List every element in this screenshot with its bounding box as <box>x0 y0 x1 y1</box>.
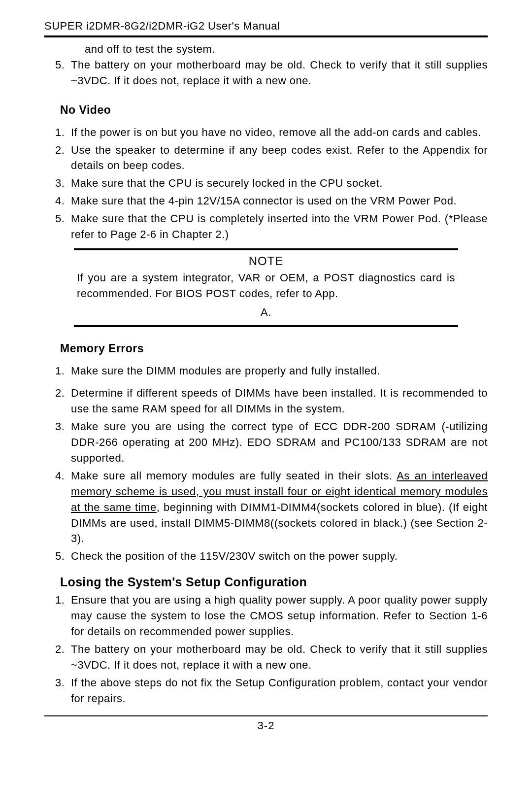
header-rule <box>44 35 488 37</box>
memory-errors-heading: Memory Errors <box>60 342 488 355</box>
list-item: Use the speaker to determine if any beep… <box>68 142 488 174</box>
no-video-heading: No Video <box>60 103 488 117</box>
no-video-list: If the power is on but you have no video… <box>44 125 488 242</box>
list-item: The battery on your motherboard may be o… <box>68 57 488 89</box>
item4-pre-text: Make sure all memory modules are fully s… <box>71 470 397 482</box>
list-item: Check the position of the 115V/230V swit… <box>68 548 488 564</box>
list-item: Determine if different speeds of DIMMs h… <box>68 385 488 417</box>
manual-page: SUPER i2DMR-8G2/i2DMR-iG2 User's Manual … <box>0 0 532 812</box>
note-box: NOTE If you are a system integrator, VAR… <box>74 248 458 327</box>
list-item: Make sure the DIMM modules are properly … <box>68 363 488 379</box>
continuation-text: and off to test the system. <box>85 41 488 57</box>
top-continued-list: The battery on your motherboard may be o… <box>44 57 488 89</box>
list-item: Make sure all memory modules are fully s… <box>68 468 488 546</box>
memory-errors-list: Make sure the DIMM modules are properly … <box>44 363 488 565</box>
list-item: If the power is on but you have no video… <box>68 125 488 140</box>
page-number: 3-2 <box>44 719 488 732</box>
losing-setup-list: Ensure that you are using a high quality… <box>44 592 488 706</box>
note-bottom-rule <box>74 325 458 327</box>
list-item: Make sure that the CPU is completely ins… <box>68 211 488 242</box>
losing-setup-heading: Losing the System's Setup Configuration <box>60 575 488 589</box>
note-body-line2: A. <box>74 304 458 325</box>
list-item: Make sure you are using the correct type… <box>68 419 488 466</box>
list-item: Make sure that the CPU is securely locke… <box>68 175 488 191</box>
page-header: SUPER i2DMR-8G2/i2DMR-iG2 User's Manual <box>44 20 488 35</box>
note-body: If you are a system integrator, VAR or O… <box>74 270 458 304</box>
list-item: If the above steps do not fix the Setup … <box>68 675 488 707</box>
note-title: NOTE <box>74 250 458 270</box>
list-item: Make sure that the 4-pin 12V/15A connect… <box>68 193 488 209</box>
list-item: The battery on your motherboard may be o… <box>68 642 488 673</box>
footer-rule <box>44 715 488 716</box>
list-item: Ensure that you are using a high quality… <box>68 592 488 640</box>
